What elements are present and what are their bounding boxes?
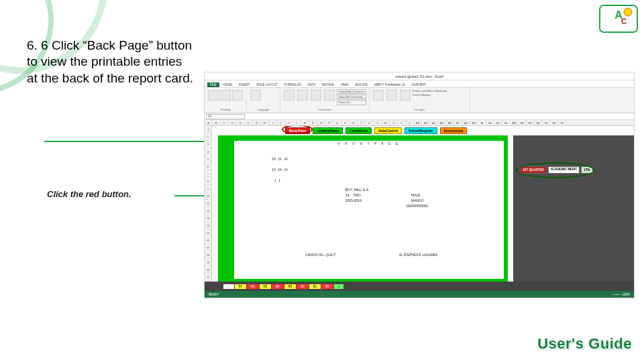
column-header[interactable]: AA bbox=[414, 120, 422, 125]
column-header[interactable]: D bbox=[229, 120, 237, 125]
column-header[interactable]: AP bbox=[535, 120, 543, 125]
row-header[interactable]: 19 bbox=[205, 259, 211, 266]
column-header[interactable]: C bbox=[221, 120, 229, 125]
column-header[interactable]: BL bbox=[559, 120, 567, 125]
macro-button-schoolregister[interactable]: SchoolRegister bbox=[405, 127, 437, 134]
row-header[interactable]: 14 bbox=[205, 222, 211, 229]
sheet-tab[interactable]: B2 bbox=[297, 284, 309, 289]
column-header[interactable]: AF bbox=[454, 120, 462, 125]
column-header[interactable]: AL bbox=[502, 120, 511, 125]
sheet-tab[interactable]: + bbox=[334, 284, 344, 289]
protect-sheet-icon[interactable] bbox=[373, 90, 384, 101]
sheet-tab[interactable]: B3 bbox=[284, 284, 297, 289]
column-headers[interactable]: ABCDEFGHIJKLMNOPQRSTUVWXYZAAABACADAEAFAG… bbox=[205, 120, 634, 126]
column-header[interactable]: J bbox=[277, 120, 285, 125]
sheet-tab[interactable]: F2 bbox=[321, 284, 333, 289]
ribbon-tabs[interactable]: FILE HOME INSERT PAGE LAYOUT FORMULAS DA… bbox=[205, 80, 634, 88]
row-header[interactable]: 1 bbox=[205, 126, 211, 133]
sheet-tab[interactable]: B4 bbox=[272, 284, 284, 289]
row-header[interactable]: 9 bbox=[205, 185, 211, 192]
ribbon-tab[interactable]: ABBYY FineReader 12 bbox=[372, 82, 408, 87]
protect-workbook-icon[interactable] bbox=[386, 90, 397, 101]
ribbon-tab[interactable]: FORMULAS bbox=[282, 82, 304, 87]
row-header[interactable]: 10 bbox=[205, 192, 211, 200]
column-header[interactable]: AN bbox=[519, 120, 527, 125]
row-header[interactable]: 21 bbox=[205, 274, 211, 281]
row-header[interactable]: 7 bbox=[205, 170, 211, 178]
thesaurus-icon[interactable] bbox=[232, 90, 243, 101]
column-header[interactable]: A bbox=[205, 120, 213, 125]
new-comment-icon[interactable] bbox=[284, 90, 294, 101]
row-headers[interactable]: 12345678910111213141516171819202122 bbox=[205, 126, 212, 287]
column-header[interactable]: N bbox=[309, 120, 317, 125]
row-header[interactable]: 16 bbox=[205, 237, 211, 244]
macro-button-gradingsheet[interactable]: GradingSheet bbox=[313, 127, 343, 134]
name-box[interactable]: A1 bbox=[206, 114, 245, 119]
sheet-tab[interactable]: B1 bbox=[309, 284, 321, 289]
ribbon-tab[interactable]: ADD-INS bbox=[352, 82, 370, 87]
share-workbook-icon[interactable] bbox=[400, 90, 411, 101]
macro-button-corevalues[interactable]: CoreValues bbox=[345, 127, 372, 134]
row-header[interactable]: 13 bbox=[205, 215, 211, 222]
column-header[interactable]: AE bbox=[446, 120, 454, 125]
column-header[interactable]: BJ bbox=[543, 120, 551, 125]
ribbon-tab[interactable]: HOME bbox=[221, 82, 235, 87]
zoom-controls[interactable]: ──•── 100% bbox=[612, 293, 630, 296]
column-header[interactable]: AB bbox=[422, 120, 430, 125]
ribbon-tab[interactable]: INSERT bbox=[236, 82, 252, 87]
row-header[interactable]: 3 bbox=[205, 141, 211, 148]
row-header[interactable]: 2 bbox=[205, 133, 211, 141]
row-header[interactable]: 18 bbox=[205, 251, 211, 259]
column-header[interactable]: R bbox=[341, 120, 350, 125]
ribbon-tab[interactable]: ACROBAT bbox=[409, 82, 429, 87]
column-header[interactable]: AJ bbox=[486, 120, 494, 125]
macro-button-instructions[interactable]: Instructions bbox=[440, 127, 468, 134]
column-header[interactable]: E bbox=[237, 120, 245, 125]
ribbon-tab[interactable]: PAGE LAYOUT bbox=[254, 82, 280, 87]
prev-comment-icon[interactable] bbox=[311, 90, 321, 101]
research-icon[interactable] bbox=[220, 90, 231, 101]
ribbon-tab[interactable]: DATA bbox=[305, 82, 318, 87]
column-header[interactable]: M bbox=[301, 120, 309, 125]
column-header[interactable]: S bbox=[350, 120, 358, 125]
column-header[interactable]: B bbox=[213, 120, 221, 125]
column-header[interactable]: AO bbox=[527, 120, 535, 125]
column-header[interactable]: AM bbox=[511, 120, 519, 125]
worksheet-area[interactable]: 12345678910111213141516171819202122 Back… bbox=[205, 126, 634, 287]
show-ink-button[interactable]: Show Ink bbox=[337, 100, 366, 105]
row-header[interactable]: 8 bbox=[205, 178, 211, 185]
column-header[interactable]: BK bbox=[551, 120, 559, 125]
sheet-tab[interactable]: B7 bbox=[235, 284, 247, 289]
row-header[interactable]: 5 bbox=[205, 156, 211, 163]
column-header[interactable]: AI bbox=[478, 120, 486, 125]
sheet-tab[interactable]: B5 bbox=[260, 284, 272, 289]
column-header[interactable]: Y bbox=[398, 120, 406, 125]
column-header[interactable]: P bbox=[325, 120, 333, 125]
row-header[interactable]: 20 bbox=[205, 266, 211, 274]
spelling-icon[interactable] bbox=[208, 90, 219, 101]
column-header[interactable]: AG bbox=[462, 120, 470, 125]
sheet-tab[interactable]: ... bbox=[223, 284, 234, 289]
column-header[interactable]: G bbox=[253, 120, 261, 125]
column-header[interactable]: Z bbox=[406, 120, 414, 125]
column-header[interactable]: T bbox=[358, 120, 366, 125]
track-changes-button[interactable]: Track Changes bbox=[413, 93, 447, 97]
column-header[interactable]: O bbox=[317, 120, 325, 125]
column-header[interactable]: F bbox=[245, 120, 253, 125]
delete-comment-icon[interactable] bbox=[297, 90, 308, 101]
column-header[interactable]: L bbox=[293, 120, 301, 125]
ribbon-tab-file[interactable]: FILE bbox=[207, 82, 219, 87]
column-header[interactable]: H bbox=[261, 120, 269, 125]
ribbon-tab[interactable]: REVIEW bbox=[319, 82, 337, 87]
sheet-tab-bar[interactable]: ...B7B6B5B4B3B2B1F2+ bbox=[205, 282, 634, 291]
macro-button-datacontrol[interactable]: DataControl bbox=[374, 127, 402, 134]
column-header[interactable]: AK bbox=[494, 120, 502, 125]
column-header[interactable]: Q bbox=[333, 120, 341, 125]
column-header[interactable]: AH bbox=[470, 120, 478, 125]
column-header[interactable]: U bbox=[366, 120, 374, 125]
sheet-tab[interactable]: B6 bbox=[247, 284, 259, 289]
protect-share-button[interactable]: Protect and Share Workbook bbox=[413, 89, 447, 93]
column-header[interactable]: V bbox=[374, 120, 382, 125]
row-header[interactable]: 11 bbox=[205, 200, 211, 207]
column-header[interactable]: AD bbox=[438, 120, 446, 125]
